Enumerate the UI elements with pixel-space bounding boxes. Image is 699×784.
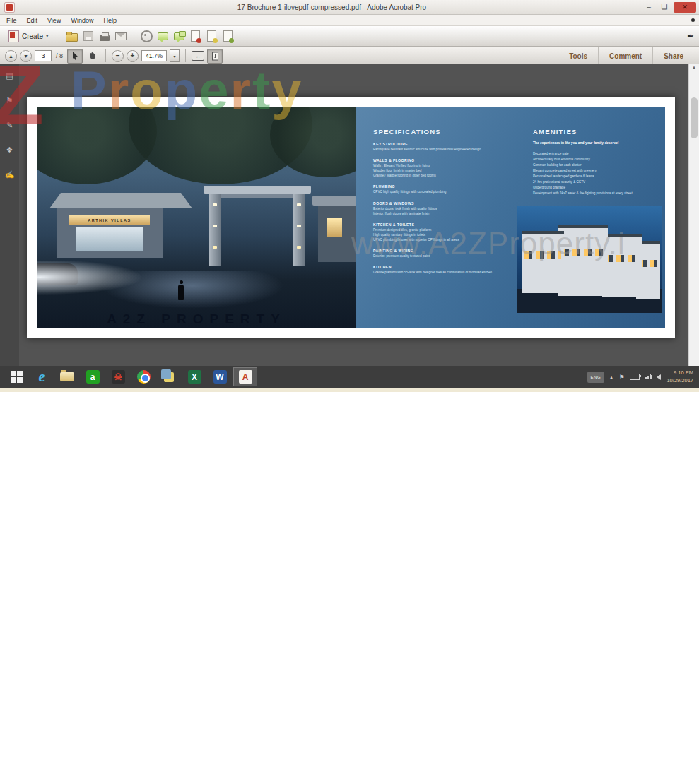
windows-logo-icon (11, 371, 23, 383)
previous-page-button[interactable]: ▲ (5, 50, 17, 62)
envelope-icon (115, 32, 127, 40)
attachments-panel-icon[interactable]: ✎ (6, 121, 13, 129)
acrobat-window-2: 17 Brochure 1-ilovepdf-compressed.pdf - … (0, 0, 699, 392)
taskbar-ie[interactable]: e (30, 367, 54, 386)
specs-panel: SPECIFICATIONS KEY STRUCTUREEarthquake r… (356, 107, 665, 328)
taskbar-chrome[interactable] (131, 367, 155, 386)
document-canvas: ARTHIK VILLAS A2Z PROPERTY (19, 64, 688, 366)
cursor-icon (71, 52, 78, 60)
night-entrance-render: ARTHIK VILLAS A2Z PROPERTY (37, 107, 356, 328)
gate-canopy (204, 186, 311, 194)
scrollbar-up-icon[interactable]: ▲ (689, 64, 699, 71)
amenities-intro: The experiences in life you and your fam… (533, 141, 662, 145)
pillar-light (297, 203, 301, 206)
clock-date: 10/29/2017 (666, 377, 693, 385)
zoom-level-input[interactable]: 41.7% (141, 50, 167, 61)
sign-button[interactable] (222, 30, 235, 42)
create-form-button[interactable] (206, 30, 218, 42)
show-hidden-icons[interactable]: ▴ (610, 374, 613, 381)
taskbar-clock[interactable]: 9:10 PM 10/29/2017 (666, 369, 693, 384)
create-button[interactable]: Create ▾ (5, 29, 52, 44)
layers-panel-icon[interactable]: ❖ (6, 146, 13, 154)
main-toolbar: Create ▾ ✒ (0, 26, 699, 47)
annotate-icon (174, 32, 184, 40)
share-button[interactable]: Share (652, 47, 694, 65)
collaborate-button[interactable] (141, 30, 153, 42)
acrobat-icon: A (239, 370, 252, 384)
page-total-label: / 8 (56, 52, 63, 59)
scrolling-page-icon (211, 52, 219, 61)
menu-overflow-icon (691, 18, 695, 22)
menu-edit[interactable]: Edit (22, 16, 43, 25)
vertical-scrollbar[interactable]: ▲ (688, 64, 699, 366)
scrolling-mode-button[interactable] (207, 49, 223, 64)
sticky-note-button[interactable] (157, 30, 170, 42)
gatehouse-glass (76, 227, 143, 251)
hand-tool-button[interactable] (86, 49, 100, 63)
scrollbar-thumb[interactable] (691, 97, 698, 138)
title-bar: 17 Brochure 1-ilovepdf-compressed.pdf - … (0, 0, 699, 15)
print-button[interactable] (98, 30, 111, 42)
next-page-button[interactable]: ▼ (20, 50, 32, 62)
zoom-out-button[interactable]: – (112, 50, 124, 62)
window-title: 17 Brochure 1-ilovepdf-compressed.pdf - … (42, 4, 621, 11)
gate-pillar (293, 194, 305, 266)
sticky-note-icon (158, 32, 168, 40)
clock-time: 9:10 PM (666, 369, 693, 377)
menu-help[interactable]: Help (98, 16, 122, 25)
battery-icon[interactable] (630, 374, 640, 380)
start-button[interactable] (4, 367, 28, 386)
menu-bar: File Edit View Window Help (0, 15, 699, 26)
bookmarks-panel-icon[interactable]: ⚑ (6, 97, 13, 105)
speaker-icon[interactable] (657, 374, 661, 380)
close-button[interactable]: ✕ (674, 2, 696, 13)
navigation-pane: ▤ ⚑ ✎ ❖ ✍ (0, 64, 19, 366)
menu-window[interactable]: Window (66, 16, 98, 25)
person-silhouette (178, 285, 184, 300)
taskbar-app-red[interactable]: ☠ (106, 367, 130, 386)
menu-view[interactable]: View (42, 16, 66, 25)
taskbar-file-explorer[interactable] (55, 367, 79, 386)
create-form-icon (207, 30, 216, 42)
annotate-button[interactable] (173, 30, 186, 42)
taskbar-word[interactable]: W (208, 367, 232, 386)
word-icon: W (213, 370, 227, 384)
hand-icon (88, 52, 97, 60)
maximize-button[interactable]: ❏ (658, 2, 671, 12)
action-center-flag-icon[interactable]: ⚑ (618, 374, 624, 381)
sign-document-icon (223, 30, 233, 42)
specifications-column: SPECIFICATIONS KEY STRUCTUREEarthquake r… (373, 128, 525, 275)
taskbar-notes[interactable] (157, 367, 181, 386)
open-folder-icon (66, 33, 78, 42)
gatehouse-pavilion: ARTHIK VILLAS (57, 193, 163, 258)
taskbar-app-green[interactable]: a (81, 367, 105, 386)
select-tool-button[interactable] (67, 49, 83, 64)
export-pdf-button[interactable] (189, 30, 202, 42)
acrobat-app-icon (4, 2, 15, 13)
page-number-input[interactable] (35, 50, 52, 61)
system-tray: ENG ▴ ⚑ 9:10 PM 10/29/2017 (587, 369, 699, 384)
fill-sign-pen-icon[interactable]: ✒ (687, 31, 694, 41)
language-indicator[interactable]: ENG (587, 372, 604, 383)
page-navigation-toolbar: ▲ ▼ / 8 – + 41.7% ▾ ↔ Tools Comment Shar… (0, 47, 699, 66)
open-file-button[interactable] (66, 30, 78, 42)
windows-taskbar: e a ☠ X W A ENG ▴ ⚑ 9:10 PM 10/29/2017 (0, 366, 699, 388)
zoom-in-button[interactable]: + (127, 50, 139, 62)
tools-button[interactable]: Tools (558, 47, 598, 65)
zoom-dropdown-button[interactable]: ▾ (170, 49, 180, 62)
comment-button[interactable]: Comment (598, 47, 652, 65)
minimize-button[interactable]: – (642, 2, 655, 12)
menu-file[interactable]: File (1, 16, 22, 25)
taskbar-acrobat[interactable]: A (233, 367, 257, 386)
red-character-app-icon: ☠ (112, 370, 125, 384)
collaborate-icon (141, 30, 153, 42)
email-button[interactable] (114, 30, 127, 42)
export-pdf-icon (191, 30, 200, 42)
amenities-title: AMENITIES (533, 128, 662, 136)
save-button[interactable] (82, 30, 95, 42)
fit-width-button[interactable]: ↔ (192, 51, 204, 61)
gate-sign: ARTHIK VILLAS (69, 215, 150, 225)
pages-panel-icon[interactable]: ▤ (6, 72, 13, 80)
taskbar-excel[interactable]: X (182, 367, 206, 386)
signatures-panel-icon[interactable]: ✍ (5, 171, 15, 179)
